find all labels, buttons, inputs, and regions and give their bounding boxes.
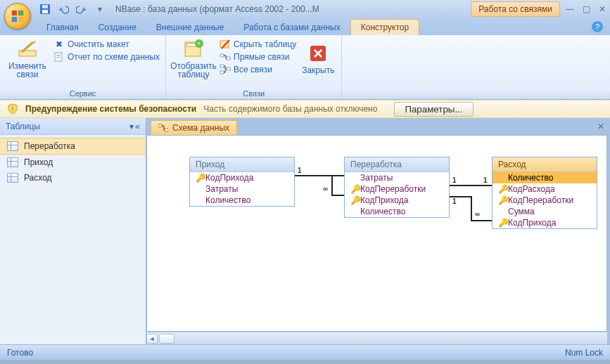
svg-rect-2 bbox=[12, 17, 17, 22]
undo-icon[interactable] bbox=[56, 2, 70, 16]
help-icon[interactable]: ? bbox=[592, 21, 603, 32]
nav-dropdown-icon[interactable]: ▾ bbox=[129, 122, 134, 131]
relationship-line[interactable] bbox=[295, 175, 344, 176]
horizontal-scrollbar[interactable]: ◄ bbox=[146, 332, 607, 344]
tab-home[interactable]: Главная bbox=[37, 20, 89, 35]
close-window-icon[interactable]: ✕ bbox=[599, 4, 606, 14]
tab-external-data[interactable]: Внешние данные bbox=[146, 20, 234, 35]
table-field[interactable]: Сумма bbox=[493, 206, 597, 217]
direct-links-icon bbox=[220, 51, 231, 63]
clear-layout-label: Очистить макет bbox=[68, 39, 129, 49]
save-icon[interactable] bbox=[38, 2, 52, 16]
table-field[interactable]: 🔑КодПрихода bbox=[493, 217, 597, 228]
table-field[interactable]: 🔑КодПереработки bbox=[345, 183, 449, 195]
field-name: Количество bbox=[360, 207, 405, 216]
table-field[interactable]: Количество bbox=[345, 206, 449, 217]
table-field[interactable]: Количество bbox=[493, 172, 597, 183]
nav-collapse-icon[interactable]: « bbox=[135, 122, 140, 131]
schema-report-label: Отчет по схеме данных bbox=[68, 52, 160, 62]
close-button[interactable]: Закрыть bbox=[300, 38, 336, 79]
hide-table-label: Скрыть таблицу bbox=[234, 39, 296, 49]
security-message: Часть содержимого базы данных отключено bbox=[203, 104, 377, 114]
redo-icon[interactable] bbox=[75, 2, 89, 16]
svg-rect-24 bbox=[158, 124, 162, 127]
table-field[interactable]: 🔑КодПрихода bbox=[345, 195, 449, 206]
table-field[interactable]: Затраты bbox=[190, 183, 294, 195]
table-box-rashod[interactable]: Расход Количество🔑КодРасхода🔑КодПерерабо… bbox=[492, 157, 597, 229]
table-field[interactable]: Количество bbox=[190, 195, 294, 206]
nav-list: ПереработкаПриходРасход bbox=[0, 135, 146, 188]
field-name: Количество bbox=[205, 195, 250, 205]
svg-rect-17 bbox=[220, 54, 224, 57]
svg-rect-6 bbox=[42, 10, 48, 13]
relationship-line bbox=[331, 195, 344, 196]
nav-item[interactable]: Приход bbox=[0, 155, 146, 170]
clear-layout-button[interactable]: ✖Очистить макет bbox=[53, 38, 160, 51]
office-button[interactable] bbox=[4, 3, 31, 30]
status-ready: Готово bbox=[7, 348, 33, 358]
window-controls: ― ▢ ✕ bbox=[566, 4, 606, 14]
direct-links-label: Прямые связи bbox=[234, 52, 290, 62]
relation-one-label: 1 bbox=[452, 176, 457, 184]
hide-table-button[interactable]: Скрыть таблицу bbox=[220, 38, 296, 51]
table-icon bbox=[7, 141, 18, 151]
table-field[interactable]: 🔑КодРасхода bbox=[493, 183, 597, 195]
table-header: Расход bbox=[493, 157, 597, 172]
field-name: Затраты bbox=[360, 173, 393, 183]
status-numlock: Num Lock bbox=[565, 348, 603, 358]
nav-item[interactable]: Переработка bbox=[0, 138, 146, 155]
direct-links-button[interactable]: Прямые связи bbox=[220, 51, 296, 63]
nav-item-label: Приход bbox=[24, 157, 53, 167]
group-relations-title: Связи bbox=[172, 88, 336, 98]
key-icon: 🔑 bbox=[350, 184, 357, 194]
relation-one-label: 1 bbox=[298, 167, 302, 174]
table-box-pererabotka[interactable]: Переработка Затраты🔑КодПереработки🔑КодПр… bbox=[344, 157, 450, 218]
relationship-line bbox=[471, 220, 492, 221]
qat-dropdown-icon[interactable]: ▾ bbox=[93, 2, 107, 16]
relation-many-label: ∞ bbox=[323, 185, 328, 193]
document-tab-schema[interactable]: Схема данных bbox=[151, 120, 237, 135]
svg-rect-3 bbox=[18, 17, 23, 22]
nav-item-label: Расход bbox=[24, 173, 52, 183]
scroll-thumb[interactable] bbox=[159, 334, 174, 344]
field-name: КодПрихода bbox=[205, 173, 253, 183]
field-name: КодПереработки bbox=[360, 184, 426, 194]
nav-item[interactable]: Расход bbox=[0, 170, 146, 186]
svg-text:!: ! bbox=[12, 105, 14, 112]
relationship-line bbox=[471, 196, 472, 220]
relationships-canvas[interactable]: Приход 🔑КодПриходаЗатратыКоличество Пере… bbox=[146, 135, 607, 332]
workspace: Схема данных ✕ Приход 🔑КодПриходаЗатраты… bbox=[146, 118, 610, 344]
group-service-title: Сервис bbox=[6, 88, 160, 98]
security-options-button[interactable]: Параметры... bbox=[394, 102, 473, 117]
minimize-icon[interactable]: ― bbox=[566, 4, 574, 14]
tab-designer[interactable]: Конструктор bbox=[350, 19, 419, 35]
scroll-left-icon[interactable]: ◄ bbox=[146, 334, 158, 344]
security-warning-bar: ! Предупреждение системы безопасности Ча… bbox=[0, 100, 610, 118]
key-icon: 🔑 bbox=[498, 218, 505, 228]
tab-create[interactable]: Создание bbox=[89, 20, 146, 35]
report-icon bbox=[53, 51, 65, 63]
maximize-icon[interactable]: ▢ bbox=[583, 4, 590, 14]
field-name: КодРасхода bbox=[508, 184, 555, 194]
all-links-button[interactable]: Все связи bbox=[220, 63, 296, 76]
show-table-label: Отобразить таблицу bbox=[170, 62, 216, 79]
shield-icon: ! bbox=[7, 103, 18, 115]
table-field[interactable]: 🔑КодПереработки bbox=[493, 195, 597, 206]
edit-relationships-label: Изменить связи bbox=[8, 62, 46, 79]
tab-database-tools[interactable]: Работа с базами данных bbox=[234, 20, 350, 35]
field-name: КодПереработки bbox=[508, 195, 573, 205]
nav-header[interactable]: Таблицы ▾« bbox=[0, 118, 146, 135]
svg-rect-19 bbox=[220, 65, 224, 67]
relation-one-label: 1 bbox=[483, 176, 488, 184]
document-close-icon[interactable]: ✕ bbox=[597, 122, 604, 131]
table-field[interactable]: Затраты bbox=[345, 172, 449, 183]
relationship-icon bbox=[158, 123, 168, 133]
show-table-button[interactable]: + Отобразить таблицу bbox=[172, 38, 215, 79]
table-field[interactable]: 🔑КодПрихода bbox=[190, 172, 294, 183]
schema-report-button[interactable]: Отчет по схеме данных bbox=[53, 51, 160, 63]
ribbon: Изменить связи ✖Очистить макет Отчет по … bbox=[0, 35, 610, 100]
key-icon: 🔑 bbox=[350, 195, 357, 205]
edit-relationships-button[interactable]: Изменить связи bbox=[6, 38, 49, 79]
table-box-prihod[interactable]: Приход 🔑КодПриходаЗатратыКоличество bbox=[189, 157, 295, 207]
relationship-line[interactable] bbox=[450, 185, 492, 186]
